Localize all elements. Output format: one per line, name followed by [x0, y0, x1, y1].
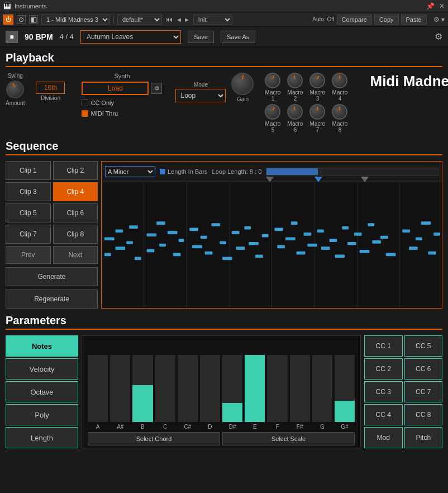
mod-button[interactable]: Mod: [364, 427, 403, 448]
cc-1-button[interactable]: CC 1: [364, 335, 403, 357]
cc-4-button[interactable]: CC 4: [364, 404, 403, 425]
toolbar-icon1: ⊙: [17, 15, 26, 24]
loop-length-display: Loop Length: 8 : 0: [212, 168, 262, 175]
svg-rect-18: [168, 231, 178, 234]
note-bar-d: D: [200, 355, 220, 430]
clip-8-button[interactable]: Clip 8: [53, 225, 98, 244]
clip-1-button[interactable]: Clip 1: [6, 161, 51, 180]
svg-rect-35: [277, 245, 285, 249]
sequence-section: Sequence Clip 1 Clip 2 Clip 3 Clip 4 Cli…: [6, 140, 442, 309]
synth-load-button[interactable]: Load: [82, 82, 149, 95]
save-as-button[interactable]: Save As: [221, 31, 255, 43]
svg-rect-31: [249, 242, 259, 245]
svg-rect-58: [433, 233, 440, 236]
device-select[interactable]: 1 - Midi Madness 3: [41, 15, 110, 25]
notes-button[interactable]: Notes: [6, 335, 78, 357]
notes-chart: A A# B C C# D D# E: [82, 335, 361, 448]
svg-rect-8: [104, 253, 111, 257]
regenerate-button[interactable]: Regenerate: [6, 290, 98, 309]
svg-rect-56: [421, 221, 431, 225]
piano-roll-grid[interactable]: [102, 182, 442, 308]
swing-division-input[interactable]: [36, 82, 65, 94]
mode-group: Mode Loop: [175, 82, 226, 102]
poly-button[interactable]: Poly: [6, 404, 78, 425]
close-button[interactable]: ✕: [439, 2, 445, 10]
svg-rect-57: [428, 252, 436, 255]
cc-only-checkbox[interactable]: [82, 99, 88, 106]
pitch-button[interactable]: Pitch: [404, 427, 443, 448]
length-button[interactable]: Length: [6, 427, 78, 448]
cc-3-button[interactable]: CC 3: [364, 381, 403, 402]
mode-select[interactable]: Loop: [175, 89, 226, 102]
macro-1-knob[interactable]: [265, 73, 280, 88]
pin-button[interactable]: 📌: [426, 2, 435, 10]
svg-rect-10: [116, 246, 126, 250]
svg-rect-14: [147, 233, 157, 236]
generate-button[interactable]: Generate: [6, 267, 98, 286]
cc-6-button[interactable]: CC 6: [404, 358, 443, 380]
gain-label: Gain: [237, 96, 249, 102]
auto-off-label: Auto: Off: [312, 16, 334, 22]
cc-8-button[interactable]: CC 8: [404, 404, 443, 425]
title-bar-text: Instruments: [15, 3, 46, 10]
copy-button[interactable]: Copy: [374, 15, 399, 25]
velocity-button[interactable]: Velocity: [6, 358, 78, 380]
preset-select-main[interactable]: Autumn Leaves: [80, 30, 181, 44]
swing-amount-knob[interactable]: [6, 80, 24, 98]
svg-rect-26: [220, 241, 226, 244]
paste-button[interactable]: Paste: [401, 15, 427, 25]
clip-3-button[interactable]: Clip 3: [6, 182, 51, 201]
power-button[interactable]: ⏻: [3, 15, 13, 25]
svg-rect-40: [307, 244, 317, 247]
macro-8-knob[interactable]: [332, 104, 347, 120]
settings-gear-icon[interactable]: ⚙: [435, 31, 442, 42]
clip-6-button[interactable]: Clip 6: [53, 203, 98, 222]
toolbar: ⏻ ⊙ ◧ 1 - Midi Madness 3 default* ⏮ ◄ ► …: [0, 12, 448, 27]
scale-select[interactable]: A Minor: [105, 166, 155, 177]
stop-button[interactable]: ■: [6, 31, 18, 43]
transport-prev[interactable]: ⏮: [165, 15, 173, 23]
clip-5-button[interactable]: Clip 5: [6, 203, 51, 222]
save-button[interactable]: Save: [188, 31, 214, 43]
compare-button[interactable]: Compare: [337, 15, 372, 25]
macro-5-knob[interactable]: [265, 104, 280, 120]
loop-bar[interactable]: [266, 168, 439, 176]
synth-copy-icon[interactable]: ⧉: [151, 83, 162, 94]
svg-rect-54: [409, 246, 418, 250]
macro-3-knob[interactable]: [309, 73, 325, 88]
select-chord-button[interactable]: Select Chord: [88, 432, 220, 445]
svg-rect-45: [342, 226, 349, 230]
cc-5-button[interactable]: CC 5: [404, 335, 443, 357]
macro-4-knob[interactable]: [332, 73, 347, 88]
macro-3: Macro 3: [309, 73, 325, 102]
note-bar-dsharp: D#: [222, 355, 242, 430]
settings-icon[interactable]: ⚙ ▾: [433, 16, 445, 23]
preset-select-toolbar[interactable]: default*: [117, 15, 162, 25]
clip-4-button[interactable]: Clip 4: [53, 182, 98, 201]
cc-7-button[interactable]: CC 7: [404, 381, 443, 402]
note-bar-csharp: C#: [178, 355, 198, 430]
svg-rect-52: [386, 253, 396, 257]
gain-group: Gain: [231, 73, 254, 102]
cc-2-button[interactable]: CC 2: [364, 358, 403, 380]
macro-7-knob[interactable]: [309, 104, 325, 120]
macro-6-knob[interactable]: [287, 104, 303, 120]
app-title: Midi Madness 3: [370, 73, 448, 90]
macro-2-knob[interactable]: [287, 73, 303, 88]
gain-knob[interactable]: [231, 73, 254, 95]
svg-rect-22: [192, 245, 202, 249]
macro-1: Macro 1: [265, 73, 280, 102]
octave-button[interactable]: Octave: [6, 381, 78, 402]
select-scale-button[interactable]: Select Scale: [222, 432, 355, 445]
clip-2-button[interactable]: Clip 2: [53, 161, 98, 180]
macro-4: Macro 4: [332, 73, 347, 102]
svg-rect-44: [335, 254, 345, 258]
svg-rect-49: [368, 223, 374, 226]
prev-button[interactable]: Prev: [6, 246, 51, 264]
next-button[interactable]: Next: [53, 246, 98, 264]
init-select[interactable]: Init: [193, 15, 232, 25]
transport-arrows[interactable]: ◄ ►: [176, 16, 190, 23]
svg-rect-43: [330, 239, 337, 242]
note-bar-gsharp: G#: [335, 355, 355, 430]
clip-7-button[interactable]: Clip 7: [6, 225, 51, 244]
